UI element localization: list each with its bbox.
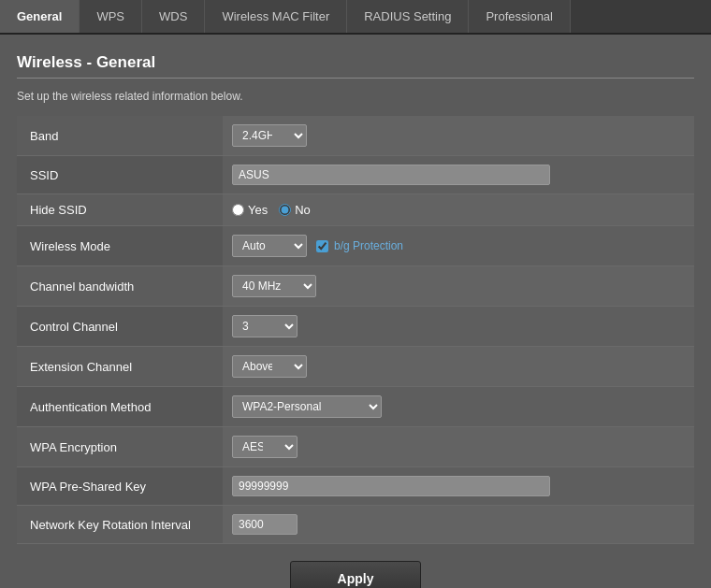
tab-wds[interactable]: WDS <box>142 0 205 33</box>
auth-method-cell: Open System WPA-Personal WPA2-Personal W… <box>223 387 694 427</box>
hide-ssid-cell: Yes No <box>223 194 694 226</box>
wpa-key-cell <box>223 467 694 506</box>
extension-channel-row: Extension Channel Above Below <box>17 347 694 387</box>
rotation-label: Network Key Rotation Interval <box>17 506 223 544</box>
bg-protection-group: b/g Protection <box>316 239 403 252</box>
extension-channel-cell: Above Below <box>223 347 694 387</box>
auth-method-row: Authentication Method Open System WPA-Pe… <box>17 387 694 427</box>
ssid-row: SSID <box>17 156 694 194</box>
band-row: Band 2.4GHz 5GHz <box>17 116 694 156</box>
hide-ssid-no-label[interactable]: No <box>279 203 311 217</box>
settings-table: Band 2.4GHz 5GHz SSID Hide SSID <box>17 116 694 544</box>
hide-ssid-no-radio[interactable] <box>279 204 291 216</box>
band-select[interactable]: 2.4GHz 5GHz <box>232 124 307 147</box>
extension-channel-label: Extension Channel <box>17 347 223 387</box>
hide-ssid-no-text: No <box>295 203 311 217</box>
tab-bar: General WPS WDS Wireless MAC Filter RADI… <box>0 0 711 35</box>
ssid-cell <box>223 156 694 194</box>
ssid-input[interactable] <box>232 165 550 185</box>
wireless-mode-cell: Auto N Only Legacy b/g Protection <box>223 226 694 266</box>
control-channel-select[interactable]: 1 2 3 4 5 6 7 8 9 10 11 <box>232 315 297 337</box>
wpa-key-row: WPA Pre-Shared Key <box>17 467 694 506</box>
hide-ssid-yes-text: Yes <box>248 203 268 217</box>
wireless-mode-select[interactable]: Auto N Only Legacy <box>232 235 307 257</box>
apply-section: Apply <box>17 544 694 588</box>
wireless-mode-label: Wireless Mode <box>17 226 223 266</box>
bg-protection-label: b/g Protection <box>334 239 403 252</box>
wpa-key-label: WPA Pre-Shared Key <box>17 467 223 506</box>
apply-button[interactable]: Apply <box>290 561 422 588</box>
band-label: Band <box>17 116 223 156</box>
channel-bw-select[interactable]: 20 MHz 40 MHz <box>232 275 316 297</box>
rotation-cell <box>223 506 694 544</box>
wireless-mode-controls: Auto N Only Legacy b/g Protection <box>232 235 685 257</box>
rotation-row: Network Key Rotation Interval <box>17 506 694 544</box>
ssid-label: SSID <box>17 156 223 194</box>
control-channel-row: Control Channel 1 2 3 4 5 6 7 8 9 10 11 <box>17 307 694 347</box>
band-cell: 2.4GHz 5GHz <box>223 116 694 156</box>
wpa-encryption-row: WPA Encryption AES TKIP AES+TKIP <box>17 427 694 467</box>
hide-ssid-radio-group: Yes No <box>232 203 685 217</box>
wpa-key-input[interactable] <box>232 476 550 496</box>
tab-wps[interactable]: WPS <box>80 0 142 33</box>
wireless-mode-row: Wireless Mode Auto N Only Legacy b/g Pro… <box>17 226 694 266</box>
auth-method-label: Authentication Method <box>17 387 223 427</box>
control-channel-cell: 1 2 3 4 5 6 7 8 9 10 11 <box>223 307 694 347</box>
auth-method-select[interactable]: Open System WPA-Personal WPA2-Personal W… <box>232 395 382 418</box>
title-divider <box>17 78 694 79</box>
hide-ssid-yes-label[interactable]: Yes <box>232 203 268 217</box>
rotation-input[interactable] <box>232 514 297 535</box>
channel-bw-cell: 20 MHz 40 MHz <box>223 266 694 307</box>
tab-general[interactable]: General <box>0 0 80 33</box>
main-content: Wireless - General Set up the wireless r… <box>0 35 711 588</box>
tab-professional[interactable]: Professional <box>469 0 571 33</box>
tab-wireless-mac-filter[interactable]: Wireless MAC Filter <box>205 0 347 33</box>
channel-bw-label: Channel bandwidth <box>17 266 223 307</box>
wpa-encryption-cell: AES TKIP AES+TKIP <box>223 427 694 467</box>
extension-channel-select[interactable]: Above Below <box>232 355 307 378</box>
page-title: Wireless - General <box>17 53 694 72</box>
hide-ssid-row: Hide SSID Yes No <box>17 194 694 226</box>
control-channel-label: Control Channel <box>17 307 223 347</box>
subtitle: Set up the wireless related information … <box>17 90 694 103</box>
bg-protection-checkbox[interactable] <box>316 240 328 252</box>
wpa-encryption-select[interactable]: AES TKIP AES+TKIP <box>232 436 297 458</box>
wpa-encryption-label: WPA Encryption <box>17 427 223 467</box>
tab-radius-setting[interactable]: RADIUS Setting <box>347 0 469 33</box>
hide-ssid-yes-radio[interactable] <box>232 204 244 216</box>
hide-ssid-label: Hide SSID <box>17 194 223 226</box>
channel-bw-row: Channel bandwidth 20 MHz 40 MHz <box>17 266 694 307</box>
